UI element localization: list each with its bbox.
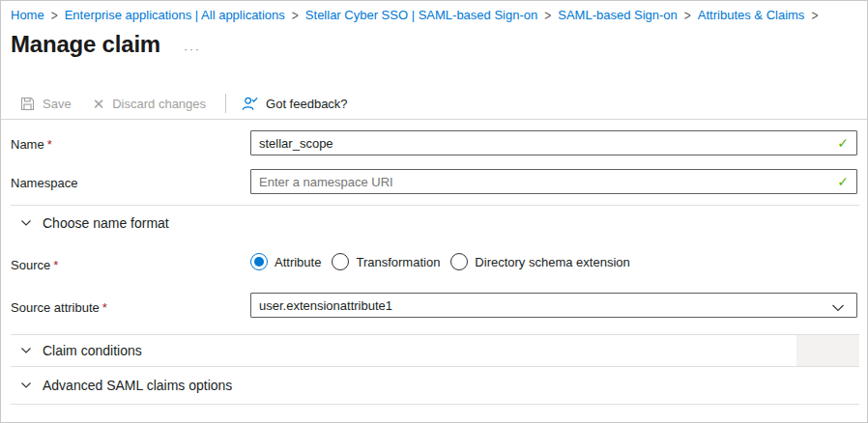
- radio-label: Directory schema extension: [475, 255, 629, 269]
- radio-attribute[interactable]: Attribute: [250, 253, 321, 270]
- advanced-saml-claims-options-section[interactable]: Advanced SAML claims options: [20, 378, 232, 393]
- chevron-down-icon: [20, 380, 32, 391]
- breadcrumb-saml-based-sign-on[interactable]: SAML-based Sign-on: [558, 8, 678, 22]
- radio-button-icon: [332, 253, 349, 270]
- more-options-icon[interactable]: ···: [184, 42, 201, 56]
- chevron-down-icon: [20, 217, 32, 229]
- required-asterisk: *: [53, 258, 58, 272]
- source-field-label: Source*: [11, 258, 58, 272]
- save-floppy-icon: [20, 97, 35, 111]
- breadcrumb-separator-icon: >: [285, 7, 305, 22]
- section-divider: [11, 205, 859, 206]
- feedback-person-icon: [242, 96, 258, 112]
- source-radio-group: Attribute Transformation Directory schem…: [250, 253, 641, 270]
- radio-directory-schema-extension[interactable]: Directory schema extension: [450, 253, 629, 270]
- breadcrumb-separator-icon: >: [44, 7, 65, 22]
- radio-button-icon: [450, 253, 468, 270]
- chevron-down-icon: [20, 345, 32, 356]
- page-title: Manage claim: [11, 31, 160, 58]
- namespace-field-label: Namespace: [11, 176, 77, 190]
- choose-name-format-section[interactable]: Choose name format: [20, 215, 169, 231]
- section-label: Advanced SAML claims options: [43, 378, 232, 393]
- radio-transformation[interactable]: Transformation: [332, 253, 440, 270]
- required-asterisk: *: [102, 300, 107, 315]
- chevron-down-icon: [831, 301, 845, 316]
- section-divider: [11, 366, 859, 367]
- breadcrumb-enterprise-applications[interactable]: Enterprise applications | All applicatio…: [65, 8, 285, 22]
- command-bar: Save ✕ Discard changes Got feedback?: [20, 91, 348, 116]
- name-field-wrap: ✓: [250, 130, 857, 155]
- save-button[interactable]: Save: [20, 97, 72, 111]
- section-divider: [11, 334, 859, 335]
- toolbar-separator: [225, 94, 226, 113]
- save-button-label: Save: [43, 97, 72, 111]
- manage-claim-page: Home > Enterprise applications | All app…: [0, 0, 868, 423]
- breadcrumb: Home > Enterprise applications | All app…: [11, 8, 825, 22]
- toolbar-divider: [1, 119, 868, 120]
- name-field-label: Name*: [11, 137, 52, 152]
- source-attribute-field-label: Source attribute*: [11, 300, 107, 315]
- discard-button-label: Discard changes: [112, 97, 206, 111]
- namespace-field-wrap: ✓: [250, 169, 857, 194]
- dropdown-value: user.extensionattribute1: [259, 298, 392, 313]
- name-input[interactable]: [250, 130, 857, 155]
- radio-button-icon: [250, 253, 268, 270]
- section-label: Choose name format: [43, 215, 169, 231]
- radio-label: Attribute: [275, 255, 321, 269]
- breadcrumb-home[interactable]: Home: [11, 8, 44, 22]
- radio-label: Transformation: [356, 255, 440, 269]
- breadcrumb-separator-icon: >: [804, 7, 825, 22]
- breadcrumb-stellar-cyber-sso[interactable]: Stellar Cyber SSO | SAML-based Sign-on: [305, 8, 537, 22]
- breadcrumb-attributes-claims[interactable]: Attributes & Claims: [698, 8, 805, 22]
- scrollbar-hover-block: [796, 335, 859, 366]
- breadcrumb-separator-icon: >: [678, 7, 698, 22]
- required-asterisk: *: [47, 137, 52, 152]
- source-attribute-dropdown[interactable]: user.extensionattribute1: [250, 293, 857, 318]
- breadcrumb-separator-icon: >: [537, 7, 558, 22]
- feedback-button-label: Got feedback?: [266, 97, 348, 111]
- got-feedback-button[interactable]: Got feedback?: [242, 96, 348, 112]
- section-divider: [11, 404, 859, 405]
- discard-x-icon: ✕: [93, 97, 105, 111]
- section-label: Claim conditions: [43, 343, 142, 358]
- title-row: Manage claim ···: [11, 31, 201, 58]
- claim-conditions-section[interactable]: Claim conditions: [20, 343, 142, 358]
- namespace-input[interactable]: [250, 169, 857, 194]
- discard-changes-button[interactable]: ✕ Discard changes: [93, 97, 206, 111]
